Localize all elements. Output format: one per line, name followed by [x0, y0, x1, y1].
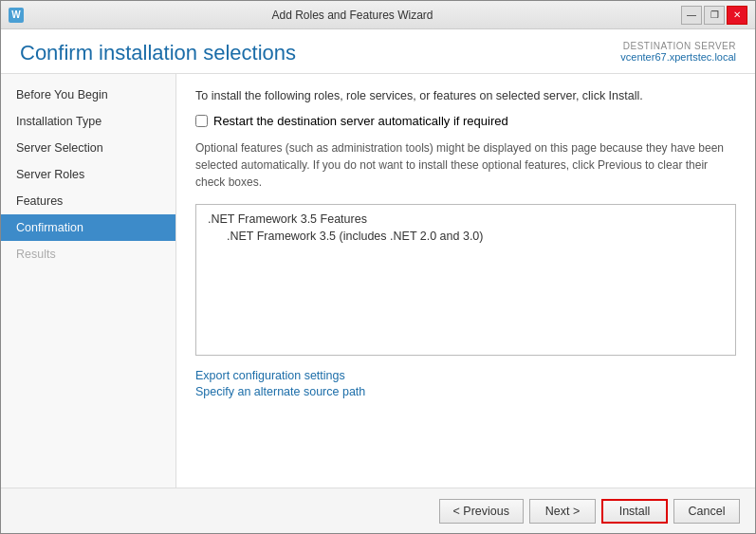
sidebar: Before You Begin Installation Type Serve… — [1, 74, 176, 488]
server-name: vcenter67.xpertstec.local — [620, 51, 736, 63]
server-info: DESTINATION SERVER vcenter67.xpertstec.l… — [620, 41, 736, 63]
titlebar-buttons: — ❐ ✕ — [681, 6, 747, 25]
next-button[interactable]: Next > — [529, 499, 596, 524]
content-area: To install the following roles, role ser… — [176, 74, 755, 488]
export-config-link[interactable]: Export configuration settings — [195, 369, 736, 382]
restore-button[interactable]: ❐ — [704, 6, 725, 25]
minimize-button[interactable]: — — [681, 6, 702, 25]
sidebar-item-features[interactable]: Features — [1, 188, 175, 214]
restart-checkbox[interactable] — [195, 115, 208, 127]
sidebar-item-installation-type[interactable]: Installation Type — [1, 108, 175, 135]
alternate-source-link[interactable]: Specify an alternate source path — [195, 385, 736, 398]
sidebar-item-confirmation[interactable]: Confirmation — [1, 214, 175, 241]
info-text: To install the following roles, role ser… — [195, 89, 736, 102]
sidebar-item-server-selection[interactable]: Server Selection — [1, 135, 175, 161]
sidebar-item-results: Results — [1, 241, 175, 267]
sidebar-item-before-you-begin[interactable]: Before You Begin — [1, 82, 175, 108]
install-button[interactable]: Install — [601, 499, 668, 524]
window-icon: W — [9, 8, 24, 23]
server-label: DESTINATION SERVER — [620, 41, 736, 51]
feature-item-1: .NET Framework 3.5 (includes .NET 2.0 an… — [208, 230, 724, 243]
page-title: Confirm installation selections — [20, 41, 296, 65]
titlebar: W Add Roles and Features Wizard — ❐ ✕ — [1, 1, 755, 29]
cancel-button[interactable]: Cancel — [673, 499, 740, 524]
optional-text: Optional features (such as administratio… — [195, 139, 736, 191]
previous-button[interactable]: < Previous — [439, 499, 524, 524]
restart-label: Restart the destination server automatic… — [213, 114, 508, 128]
feature-item-0: .NET Framework 3.5 Features — [208, 212, 724, 226]
main-window: W Add Roles and Features Wizard — ❐ ✕ Co… — [0, 0, 756, 534]
links-area: Export configuration settings Specify an… — [195, 369, 736, 398]
features-box: .NET Framework 3.5 Features .NET Framewo… — [195, 204, 736, 356]
footer: < Previous Next > Install Cancel — [1, 488, 755, 533]
window-title: Add Roles and Features Wizard — [24, 9, 681, 22]
header-bar: Confirm installation selections DESTINAT… — [1, 29, 755, 74]
main-content: Before You Begin Installation Type Serve… — [1, 74, 755, 488]
restart-checkbox-row: Restart the destination server automatic… — [195, 114, 736, 128]
close-button[interactable]: ✕ — [727, 6, 747, 25]
sidebar-item-server-roles[interactable]: Server Roles — [1, 161, 175, 188]
